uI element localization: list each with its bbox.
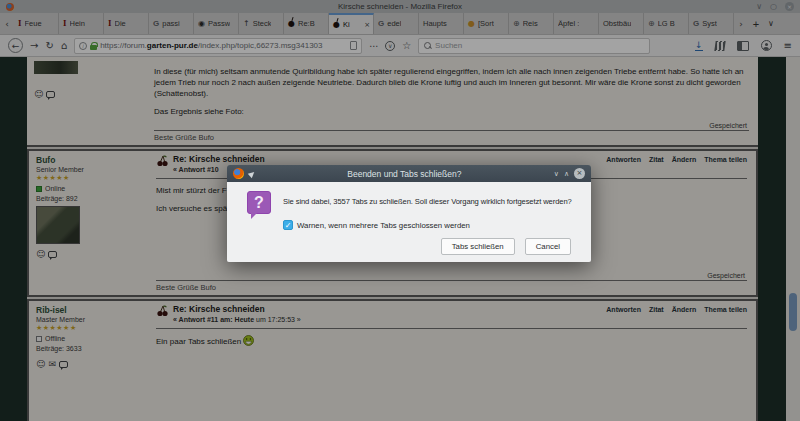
question-icon: ?: [247, 191, 271, 214]
screen: Kirsche schneiden - Mozilla Firefox ∨ ○ …: [0, 0, 800, 421]
dialog-body: ? Sie sind dabei, 3557 Tabs zu schließen…: [227, 182, 591, 262]
dialog-titlebar[interactable]: Beenden und Tabs schließen? ∨ ∧ ×: [227, 165, 591, 182]
dialog-keep-above-icon[interactable]: ∧: [564, 170, 569, 178]
cancel-button[interactable]: Cancel: [525, 238, 571, 255]
firefox-icon: [233, 168, 244, 179]
dialog-title: Beenden und Tabs schließen?: [260, 169, 549, 179]
warn-checkbox[interactable]: ✓: [283, 220, 293, 230]
dialog-close-icon[interactable]: ×: [574, 168, 585, 179]
close-tabs-dialog: Beenden und Tabs schließen? ∨ ∧ × ? Sie …: [227, 165, 591, 262]
dialog-shade-icon[interactable]: ∨: [554, 170, 559, 178]
dialog-message: Sie sind dabei, 3557 Tabs zu schließen. …: [283, 197, 572, 206]
pin-icon: [248, 169, 256, 177]
close-tabs-button[interactable]: Tabs schließen: [441, 238, 515, 255]
warn-checkbox-label: Warnen, wenn mehrere Tabs geschlossen we…: [297, 221, 470, 230]
warn-checkbox-row[interactable]: ✓ Warnen, wenn mehrere Tabs geschlossen …: [283, 220, 470, 230]
